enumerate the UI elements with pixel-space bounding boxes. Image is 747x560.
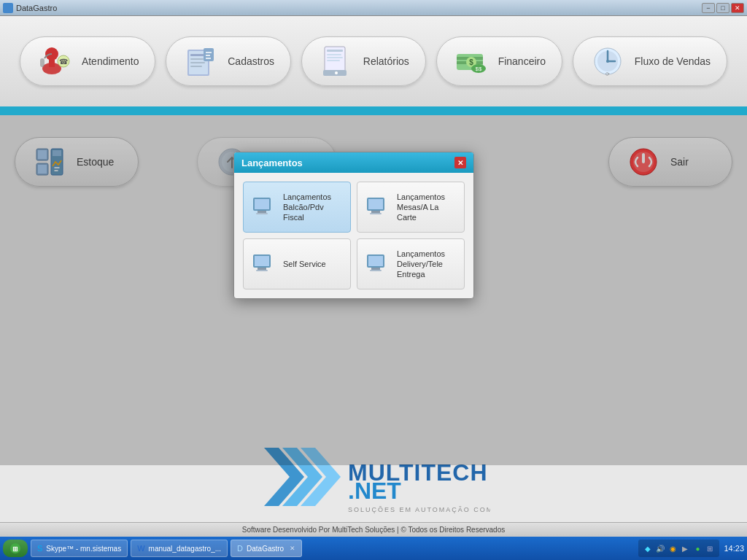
financeiro-icon: $ $$ [453,43,489,79]
tray-diamond-icon: ◆ [643,543,653,553]
nav-relatorios-button[interactable]: Relatórios [301,36,426,86]
taskbar-close-icon[interactable]: ✕ [290,545,295,552]
balcao-icon [251,194,277,220]
nav-fluxo-vendas-button[interactable]: ⟳ Fluxo de Vendas [573,36,727,86]
start-button[interactable]: ⊞ [3,540,28,557]
svg-text:$: $ [469,58,473,66]
self-service-icon [251,251,277,277]
atendimento-icon: ☎ [36,43,73,79]
delivery-icon [365,251,391,277]
svg-rect-3 [40,58,44,67]
manual-label: manual_datagastro_... [149,545,222,553]
modal-title: Lançamentos [241,158,303,168]
svg-rect-17 [327,50,343,52]
svg-point-22 [335,71,338,74]
svg-rect-61 [255,256,269,266]
svg-text:SOLUÇÕES EM AUTOMAÇÃO COMERCIA: SOLUÇÕES EM AUTOMAÇÃO COMERCIAL [348,506,490,513]
svg-rect-9 [190,58,204,60]
svg-rect-67 [370,270,382,271]
svg-point-33 [606,60,609,63]
svg-rect-10 [190,62,205,63]
tray-grid-icon: ⊞ [705,543,715,553]
modal-header: Lançamentos ✕ [234,152,473,173]
svg-text:⟳: ⟳ [605,71,610,77]
svg-rect-66 [371,268,380,270]
fluxo-vendas-label: Fluxo de Vendas [635,55,711,67]
fluxo-vendas-icon: ⟳ [589,43,626,79]
relatorios-icon [318,43,355,79]
nav-cadastros-button[interactable]: Cadastros [166,36,291,86]
tray-arrow-icon: ▶ [680,543,690,553]
svg-rect-2 [49,60,55,67]
skype-icon: S [37,544,42,553]
lancamentos-modal: Lançamentos ✕ LançamentosBalcão/Pdv Fisc… [233,152,474,299]
title-bar: DataGastro − □ ✕ [0,0,747,16]
modal-close-button[interactable]: ✕ [454,157,466,168]
status-bar: Software Desenvolvido Por MultiTech Solu… [0,522,747,537]
svg-rect-53 [255,199,269,209]
taskbar: ⊞ S Skype™ - mn.sistemas W manual_dataga… [0,537,747,560]
datagastro-taskbar-icon: D [237,544,243,553]
svg-rect-54 [258,211,266,213]
title-bar-text: DataGastro [16,4,57,12]
svg-rect-18 [327,54,341,55]
app-icon [3,3,13,13]
tray-green-icon: ● [692,543,703,553]
taskbar-skype[interactable]: S Skype™ - mn.sistemas [31,540,128,557]
taskbar-manual[interactable]: W manual_datagastro_... [131,540,228,557]
svg-rect-65 [368,256,383,266]
svg-rect-58 [371,211,380,213]
relatorios-label: Relatórios [363,55,409,67]
start-icon: ⊞ [10,543,20,553]
svg-rect-20 [327,60,340,61]
status-text: Software Desenvolvido Por MultiTech Solu… [242,526,506,534]
atendimento-label: Atendimento [82,55,139,67]
minimize-button[interactable]: − [702,3,715,13]
tray-net-icon: ◉ [667,543,678,553]
cadastros-icon [182,43,219,79]
svg-text:$$: $$ [475,66,481,72]
modal-item-balcao[interactable]: LançamentosBalcão/Pdv Fiscal [243,182,351,233]
svg-rect-57 [368,199,383,209]
taskbar-datagastro[interactable]: D DataGastro ✕ [231,540,302,557]
svg-rect-19 [327,57,343,58]
close-button[interactable]: ✕ [731,3,744,13]
clock-display: 14:23 [724,544,744,553]
balcao-label: LançamentosBalcão/Pdv Fiscal [283,192,343,223]
datagastro-label: DataGastro [247,545,284,553]
taskbar-right: ◆ 🔊 ◉ ▶ ● ⊞ 14:23 [638,540,744,557]
svg-rect-63 [256,270,268,271]
svg-rect-12 [204,48,214,61]
top-navigation: ☎ Atendimento Cadastros [0,16,747,109]
modal-item-self-service[interactable]: Self Service [243,238,351,289]
svg-rect-11 [190,66,202,67]
cadastros-label: Cadastros [228,55,274,67]
nav-atendimento-button[interactable]: ☎ Atendimento [20,36,156,86]
mesas-label: LançamentosMesas/A La Carte [397,192,457,223]
main-content: Estoque Lançamentos Sair [0,115,747,465]
financeiro-label: Financeiro [498,55,546,67]
self-service-label: Self Service [283,259,326,269]
svg-text:☎: ☎ [59,58,68,66]
svg-rect-62 [258,268,266,270]
delivery-label: LançamentosDelivery/Tele Entrega [397,249,457,280]
title-bar-left: DataGastro [3,3,57,13]
nav-financeiro-button[interactable]: $ $$ Financeiro [436,36,562,86]
modal-body: LançamentosBalcão/Pdv Fiscal Lançamentos… [234,173,473,298]
blue-divider [0,109,747,115]
maximize-button[interactable]: □ [716,3,729,13]
skype-label: Skype™ - mn.sistemas [46,545,121,553]
svg-text:.NET: .NET [348,478,401,504]
svg-rect-59 [370,213,382,214]
manual-icon: W [137,544,144,553]
mesas-icon [365,194,391,220]
svg-rect-55 [256,213,268,214]
title-bar-buttons: − □ ✕ [702,3,744,13]
system-tray: ◆ 🔊 ◉ ▶ ● ⊞ [638,540,719,557]
svg-text:⊞: ⊞ [12,545,18,553]
modal-item-mesas[interactable]: LançamentosMesas/A La Carte [357,182,465,233]
tray-vol-icon: 🔊 [655,543,665,553]
modal-item-delivery[interactable]: LançamentosDelivery/Tele Entrega [357,238,465,289]
